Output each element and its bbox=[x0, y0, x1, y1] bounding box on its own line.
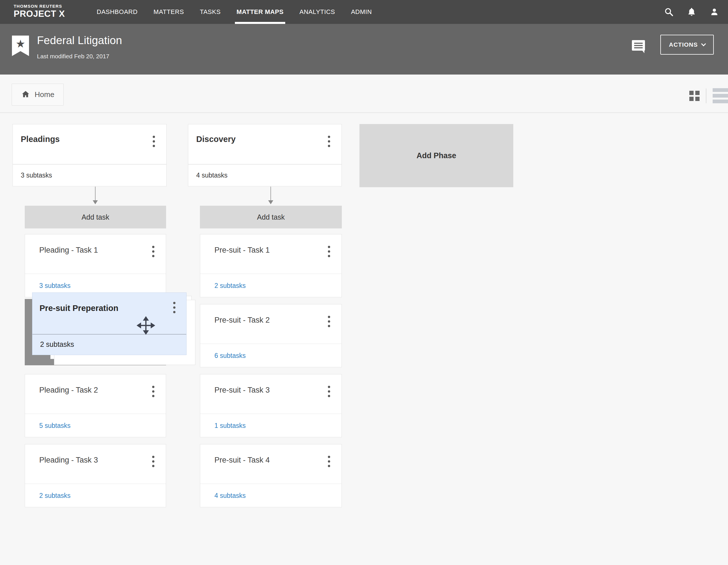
task-card-pleading-1[interactable]: Pleading - Task 1 3 subtasks bbox=[25, 234, 166, 297]
kebab-menu-icon[interactable] bbox=[151, 385, 156, 398]
dragged-task-card[interactable]: Pre-suit Preperation 2 subtasks bbox=[32, 293, 187, 355]
phase-card-header: Pleadings bbox=[13, 124, 166, 164]
bookmark-icon: ★ bbox=[12, 36, 29, 56]
subtasks-link[interactable]: 6 subtasks bbox=[214, 352, 246, 360]
top-nav: THOMSON REUTERS PROJECT X DASHBOARD MATT… bbox=[0, 0, 728, 24]
matter-header: ★ Federal Litigation Last modified Feb 2… bbox=[0, 24, 728, 74]
nav-item-admin[interactable]: ADMIN bbox=[351, 0, 372, 24]
task-card-presuit-3[interactable]: Pre-suit - Task 3 1 subtasks bbox=[200, 374, 342, 437]
notifications-icon[interactable] bbox=[686, 7, 697, 17]
add-phase-label: Add Phase bbox=[417, 151, 456, 160]
kebab-menu-icon[interactable] bbox=[327, 134, 331, 148]
nav-item-tasks[interactable]: TASKS bbox=[200, 0, 221, 24]
comments-icon[interactable] bbox=[632, 40, 645, 51]
grid-view-icon[interactable] bbox=[689, 91, 700, 101]
kebab-menu-icon[interactable] bbox=[172, 301, 177, 315]
task-card-presuit-4[interactable]: Pre-suit - Task 4 4 subtasks bbox=[200, 444, 342, 507]
brand-line2: PROJECT X bbox=[14, 9, 65, 19]
search-icon[interactable] bbox=[664, 7, 674, 17]
subtasks-link[interactable]: 4 subtasks bbox=[214, 492, 246, 500]
add-task-label: Add task bbox=[257, 213, 285, 221]
phase-card-header: Discovery bbox=[188, 124, 342, 164]
view-toggle-divider bbox=[706, 88, 706, 103]
actions-button[interactable]: ACTIONS bbox=[660, 35, 714, 55]
add-task-button-discovery[interactable]: Add task bbox=[200, 206, 342, 228]
subtasks-link[interactable]: 2 subtasks bbox=[214, 282, 246, 290]
add-phase-button[interactable]: Add Phase bbox=[359, 124, 513, 187]
phase-card-discovery[interactable]: Discovery 4 subtasks bbox=[188, 124, 342, 186]
kebab-menu-icon[interactable] bbox=[151, 455, 156, 468]
kebab-menu-icon[interactable] bbox=[327, 385, 331, 398]
chevron-down-icon bbox=[701, 42, 706, 46]
task-card-header: Pleading - Task 1 bbox=[25, 234, 166, 274]
dragged-card-header: Pre-suit Preperation bbox=[32, 293, 186, 335]
task-title: Pleading - Task 2 bbox=[39, 386, 98, 395]
nav-item-matters[interactable]: MATTERS bbox=[154, 0, 184, 24]
nav-item-analytics[interactable]: ANALYTICS bbox=[299, 0, 335, 24]
last-modified-label: Last modified Feb 20, 2017 bbox=[37, 53, 109, 60]
task-card-pleading-3[interactable]: Pleading - Task 3 2 subtasks bbox=[25, 444, 166, 507]
task-card-header: Pleading - Task 3 bbox=[25, 444, 166, 484]
kebab-menu-icon[interactable] bbox=[327, 245, 331, 258]
bookmark-star-glyph: ★ bbox=[16, 36, 25, 56]
flow-arrow-pleadings bbox=[95, 187, 96, 200]
kebab-menu-icon[interactable] bbox=[151, 245, 156, 258]
brand-line1: THOMSON REUTERS bbox=[14, 4, 65, 9]
task-card-pleading-2[interactable]: Pleading - Task 2 5 subtasks bbox=[25, 374, 166, 437]
kebab-menu-icon[interactable] bbox=[152, 134, 156, 148]
task-card-header: Pleading - Task 2 bbox=[25, 375, 166, 414]
view-toggle bbox=[689, 88, 728, 103]
phase-subtask-count: 4 subtasks bbox=[188, 164, 342, 186]
phase-title: Pleadings bbox=[21, 134, 60, 144]
list-view-icon[interactable] bbox=[713, 88, 728, 103]
nav-icon-group bbox=[664, 0, 719, 24]
task-card-header: Pre-suit - Task 2 bbox=[200, 305, 342, 344]
nav-item-dashboard[interactable]: DASHBOARD bbox=[97, 0, 138, 24]
dragged-card-subtask-count: 2 subtasks bbox=[32, 335, 186, 354]
breadcrumb-home-button[interactable]: Home bbox=[12, 84, 64, 105]
task-card-presuit-1[interactable]: Pre-suit - Task 1 2 subtasks bbox=[200, 234, 342, 297]
task-title: Pleading - Task 3 bbox=[39, 456, 98, 465]
task-card-header: Pre-suit - Task 4 bbox=[200, 444, 342, 484]
subtasks-link[interactable]: 1 subtasks bbox=[214, 422, 246, 430]
move-cursor-icon bbox=[135, 315, 156, 337]
phase-subtask-count: 3 subtasks bbox=[13, 164, 166, 186]
toolbar-divider bbox=[0, 112, 728, 113]
phase-title: Discovery bbox=[196, 134, 236, 144]
matter-map-page: THOMSON REUTERS PROJECT X DASHBOARD MATT… bbox=[0, 0, 728, 565]
task-card-header: Pre-suit - Task 3 bbox=[200, 375, 342, 414]
kebab-menu-icon[interactable] bbox=[327, 455, 331, 468]
subtasks-link[interactable]: 5 subtasks bbox=[39, 422, 71, 430]
kebab-menu-icon[interactable] bbox=[327, 315, 331, 328]
task-card-header: Pre-suit - Task 1 bbox=[200, 234, 342, 274]
subtasks-link[interactable]: 2 subtasks bbox=[39, 492, 71, 500]
flow-arrow-discovery bbox=[270, 187, 271, 200]
task-title: Pre-suit - Task 4 bbox=[214, 456, 270, 465]
dragged-card-title: Pre-suit Preperation bbox=[40, 304, 118, 313]
task-card-presuit-2[interactable]: Pre-suit - Task 2 6 subtasks bbox=[200, 304, 342, 367]
actions-button-label: ACTIONS bbox=[669, 41, 698, 48]
nav-menu: DASHBOARD MATTERS TASKS MATTER MAPS ANAL… bbox=[97, 0, 372, 24]
task-title: Pre-suit - Task 1 bbox=[214, 246, 270, 254]
subtasks-link[interactable]: 3 subtasks bbox=[39, 282, 71, 290]
user-icon[interactable] bbox=[709, 7, 719, 17]
task-title: Pre-suit - Task 3 bbox=[214, 386, 270, 395]
task-title: Pleading - Task 1 bbox=[39, 246, 98, 254]
phase-card-pleadings[interactable]: Pleadings 3 subtasks bbox=[13, 124, 167, 186]
task-title: Pre-suit - Task 2 bbox=[214, 316, 270, 325]
add-task-button-pleadings[interactable]: Add task bbox=[25, 206, 166, 228]
nav-item-matter-maps[interactable]: MATTER MAPS bbox=[237, 0, 284, 24]
home-icon bbox=[21, 90, 30, 100]
home-label: Home bbox=[35, 90, 54, 99]
brand-logo[interactable]: THOMSON REUTERS PROJECT X bbox=[14, 4, 65, 19]
page-title: Federal Litigation bbox=[37, 34, 122, 47]
add-task-label: Add task bbox=[82, 213, 109, 221]
